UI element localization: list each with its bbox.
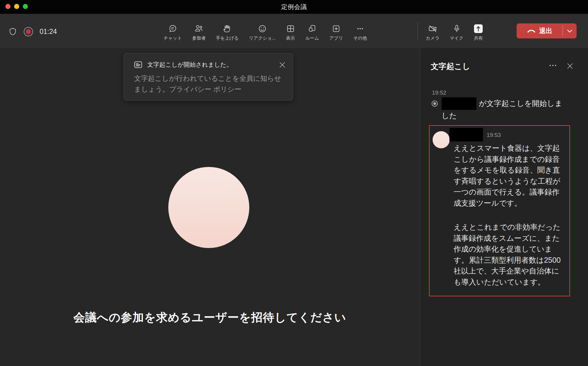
apps-plus-icon: [332, 24, 341, 33]
share-button[interactable]: 共有: [469, 24, 488, 41]
transcript-panel: 文字起こし 19:52 が文字起こしを開始しました 19:53: [420, 48, 588, 366]
transcription-toast: 文字起こしが開始されました。 文字起こしが行われていることを全員に知らせましょう…: [124, 53, 293, 101]
camera-label: カメラ: [426, 35, 440, 41]
share-label: 共有: [474, 35, 483, 41]
chat-icon: [168, 24, 177, 33]
raise-hand-icon: [223, 24, 232, 33]
message-paragraph: ええとスマート食器は、文字起こしから議事録作成までの録音をするメモを取る録音、聞…: [454, 143, 566, 208]
participants-button[interactable]: 参加者: [187, 24, 211, 41]
minimize-window-button[interactable]: [14, 4, 19, 9]
reactions-button[interactable]: リアクショ...: [244, 24, 280, 41]
camera-off-icon: [428, 24, 438, 33]
close-window-button[interactable]: [5, 4, 10, 9]
transcript-panel-title: 文字起こし: [431, 61, 470, 72]
message-timestamp: 19:53: [487, 132, 501, 138]
rooms-button[interactable]: ルーム: [300, 24, 324, 41]
toolbar-left-group: 01:24: [8, 14, 57, 48]
toast-body: 文字起こしが行われていることを全員に知らせましょう。プライバシー ポリシー: [134, 73, 285, 95]
apps-button[interactable]: アプリ: [324, 24, 348, 41]
meeting-timer: 01:24: [40, 28, 57, 36]
more-ellipsis-icon: [356, 24, 365, 33]
meeting-toolbar: 01:24 チャット: [0, 14, 588, 48]
people-icon: [194, 24, 203, 33]
apps-label: アプリ: [329, 35, 343, 41]
raise-hand-label: 手を上げる: [216, 35, 238, 41]
camera-button[interactable]: カメラ: [421, 24, 445, 41]
message-text: ええとスマート食器は、文字起こしから議事録作成までの録音をするメモを取る録音、聞…: [454, 143, 566, 287]
redacted-speaker-name: [449, 128, 483, 141]
share-screen-icon: [474, 24, 483, 33]
panel-close-icon[interactable]: [565, 61, 575, 71]
transcript-message-highlighted[interactable]: 19:53 ええとスマート食器は、文字起こしから議事録作成までの録音をするメモを…: [429, 125, 570, 296]
more-options-button[interactable]: その他: [348, 24, 372, 41]
transcript-event-text: が文字起こしを開始しました: [442, 97, 566, 121]
meeting-window: 定例会議 01:24 チャット: [0, 0, 588, 366]
rooms-label: ルーム: [305, 35, 319, 41]
toolbar-separator: [418, 22, 418, 40]
view-grid-icon: [286, 24, 295, 33]
titlebar: 定例会議: [0, 0, 588, 14]
chat-label: チャット: [164, 35, 182, 41]
redacted-name: [442, 97, 476, 110]
chevron-down-icon: [567, 29, 572, 33]
view-button[interactable]: 表示: [281, 24, 300, 41]
toast-title: 文字起こしが開始されました。: [147, 61, 274, 69]
message-paragraph: ええとこれまでの非効率だった議事録作成をスムーズに、また作成の効率化を促進してい…: [454, 222, 566, 287]
shield-icon: [8, 27, 17, 36]
mic-label: マイク: [450, 35, 464, 41]
speaker-avatar: [433, 131, 450, 148]
window-title: 定例会議: [281, 3, 307, 11]
more-options-label: その他: [353, 35, 367, 41]
mic-icon: [452, 24, 461, 33]
mic-button[interactable]: マイク: [445, 24, 469, 41]
traffic-lights: [5, 4, 28, 9]
zoom-window-button[interactable]: [23, 4, 28, 9]
toast-close-icon[interactable]: [279, 62, 286, 68]
leave-options-button[interactable]: [563, 29, 577, 33]
hangup-phone-icon: [527, 28, 536, 34]
record-event-icon: [431, 100, 439, 121]
participant-avatar: [168, 167, 249, 248]
leave-label: 退出: [539, 26, 552, 35]
reactions-label: リアクショ...: [249, 35, 275, 41]
invite-prompt: 会議への参加を求めるユーザーを招待してください: [0, 310, 420, 325]
leave-button-main[interactable]: 退出: [517, 26, 562, 35]
chat-button[interactable]: チャット: [158, 24, 187, 41]
transcript-icon: [134, 60, 143, 69]
recording-indicator-icon: [24, 27, 33, 36]
toolbar-device-group: カメラ マイク: [421, 14, 488, 48]
privacy-policy-link[interactable]: プライバシー ポリシー: [169, 85, 242, 93]
leave-button[interactable]: 退出: [517, 23, 577, 38]
rooms-icon: [308, 24, 317, 33]
raise-hand-button[interactable]: 手を上げる: [211, 24, 244, 41]
transcript-group-time: 19:52: [432, 89, 446, 96]
reactions-icon: [258, 24, 267, 33]
panel-more-icon[interactable]: [547, 62, 559, 68]
view-label: 表示: [286, 35, 295, 41]
transcript-event: が文字起こしを開始しました: [431, 97, 566, 121]
participants-label: 参加者: [192, 35, 206, 41]
toolbar-items: チャット 参加者 手を: [158, 14, 372, 48]
